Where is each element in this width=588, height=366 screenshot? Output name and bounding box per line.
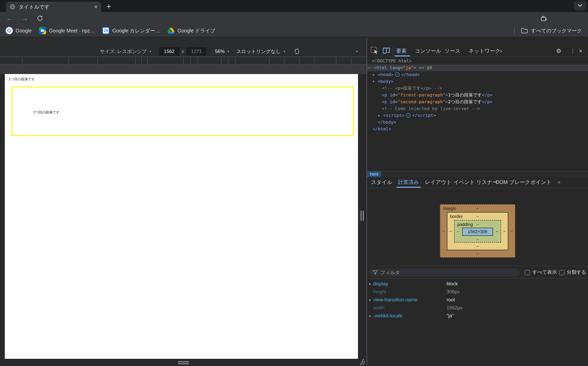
bookmark-google-meet[interactable]: Google Meet - npz… [39,27,95,34]
border-top-value: − [476,214,479,219]
tab-title: タイトルです [19,4,94,10]
devtools-tab-console[interactable]: コンソール [415,45,441,56]
expand-icon[interactable]: ▶ [369,314,371,317]
styles-sidebar-tabs: スタイル 計算済み レイアウト イベント リスナー DOM ブレークポイント » [367,177,588,188]
new-tab-button[interactable]: + [106,2,111,11]
horizontal-ruler [0,57,366,65]
tab-computed[interactable]: 計算済み [398,177,419,187]
google-meet-icon [39,27,46,34]
favicon-globe-icon [10,4,15,10]
group-checkbox[interactable] [559,270,564,275]
sidebar-more-tabs-icon[interactable]: » [558,177,560,187]
tab-styles[interactable]: スタイル [371,177,392,187]
overflow-dots-icon: ⋯ [368,64,370,71]
expand-icon[interactable]: ▶ [369,298,371,301]
device-size-select[interactable]: サイズ: レスポンシブ▼ [100,47,152,56]
collapsed-content-icon[interactable]: ⋯ [406,113,411,117]
box-model-border[interactable]: border− − padding− − 1562×306 − − [447,212,508,250]
device-emulation-pane: サイズ: レスポンシブ▼ 1562 x 1271 56%▼ スロットリングなし▼… [0,38,366,366]
all-bookmarks[interactable]: すべてのブックマーク [514,24,582,37]
bookmark-label: Google [15,28,32,34]
computed-row-view-transition-name[interactable]: ▶ view-transition-nameroot [367,296,588,304]
computed-row-display[interactable]: ▶ displayblock [367,280,588,288]
tree-row-first-paragraph[interactable]: <p id="firest-paragraph">1つ目の段落です</p> [367,92,588,99]
tree-row-html[interactable]: ⋯<html lang="ja"> == $0 [367,64,588,71]
bookmark-label: Google カレンダー… [112,27,160,34]
border-left-value: − [447,229,454,234]
group-label: 分類する [567,269,586,275]
tab-dom-breakpoints[interactable]: DOM ブレークポイント [496,177,552,187]
devtools-more-tabs-icon[interactable]: » [500,45,502,56]
computed-row-width[interactable]: width1562px [367,304,588,312]
tree-row-body-close[interactable]: </body> [367,119,588,126]
box-model-margin[interactable]: margin− − border− − padding− − 1562×306 … [440,204,515,258]
device-toolbar-more-icon[interactable]: ▼ [356,47,358,56]
dom-breadcrumb-bar: html [367,171,588,177]
inspect-element-icon[interactable] [370,46,378,54]
bookmark-google-drive[interactable]: Google ドライブ [167,27,216,34]
devtools-tab-elements[interactable]: 要素 [396,45,407,56]
tree-row-doctype[interactable]: <!DOCTYPE html> [367,58,588,64]
viewport-resize-handle-right[interactable] [361,211,364,221]
viewport-width-input[interactable]: 1562 [159,47,180,56]
padding-bottom-value: − [476,237,479,242]
back-button[interactable]: ← [5,12,15,24]
collapsed-content-icon[interactable]: ⋯ [395,72,400,77]
toggle-device-toolbar-icon[interactable] [382,46,391,54]
tab-close-icon[interactable]: × [94,4,98,10]
collapse-icon[interactable]: ▼ [373,78,374,85]
elements-dom-tree: <!DOCTYPE html> ⋯<html lang="ja"> == $0 … [367,58,588,132]
tree-row-comment[interactable]: <!-- <p>段落です</p> --> [367,85,588,92]
viewport-height-input[interactable]: 1271 [186,47,206,56]
margin-top-value: − [476,206,479,211]
reload-button[interactable] [35,12,45,24]
tree-row-html-close[interactable]: </html> [367,126,588,132]
second-paragraph: 2つ目の段落です [33,110,60,115]
device-toolbar: サイズ: レスポンシブ▼ 1562 x 1271 56%▼ スロットリングなし▼… [0,38,366,57]
margin-right-value: − [508,229,515,234]
tab-event-listeners[interactable]: イベント リスナー [454,177,498,187]
tab-strip: タイトルです × + [0,0,588,12]
expand-icon[interactable]: ▶ [378,112,380,119]
viewport-resize-handle-bottom[interactable] [178,361,189,364]
tab-layout[interactable]: レイアウト [425,177,452,187]
bookmark-google[interactable]: G Google [6,27,32,34]
expand-icon[interactable]: ▶ [373,71,374,78]
devtools-menu-dots-icon[interactable]: ⋮ [570,45,576,56]
viewport-resize-corner[interactable] [357,358,366,366]
all-bookmarks-label: すべてのブックマーク [531,27,582,34]
border-right-value: − [501,229,508,234]
padding-right-value: − [493,229,501,234]
extensions-puzzle-icon[interactable] [538,12,548,24]
zoom-select[interactable]: 56%▼ [215,47,230,56]
expand-icon[interactable]: ▶ [369,282,371,285]
devtools-close-icon[interactable]: × [579,45,583,56]
bookmark-google-calendar[interactable]: 20 Google カレンダー… [102,27,160,34]
show-all-checkbox[interactable] [525,270,530,275]
tree-row-head[interactable]: ▶<head>⋯</head> [367,71,588,78]
breadcrumb-html[interactable]: html [367,171,381,177]
devtools-tab-sources[interactable]: ソース [445,45,460,56]
tree-row-script[interactable]: ▶<script>⋯</script> [367,112,588,119]
tree-row-body-open[interactable]: ▼<body> [367,78,588,85]
computed-row-height[interactable]: height306px [367,288,588,296]
rendered-page: 1つ目の段落です 2つ目の段落です [5,74,358,359]
folder-icon [521,28,528,33]
margin-bottom-value: − [476,252,479,257]
devtools-tab-network[interactable]: ネットワーク [469,45,500,56]
tree-row-live-server-comment[interactable]: <!-- Code injected by live-server --> [367,105,588,112]
browser-tab[interactable]: タイトルです × [6,2,101,12]
rotate-device-icon[interactable] [293,47,301,56]
active-tab-underline [394,55,410,56]
box-model-content[interactable]: 1562×306 [462,228,493,236]
forward-button[interactable]: → [20,12,30,24]
tree-row-second-paragraph[interactable]: <p id="second-paragraph">2つ目の段落です</p> [367,99,588,105]
devtools-settings-gear-icon[interactable]: ⚙ [556,45,561,56]
active-sidebar-tab-underline [396,187,421,188]
box-model-padding[interactable]: padding− − 1562×306 − − [454,220,501,243]
computed-filter-bar: フィルタ すべて表示 分類する [367,266,588,279]
filter-input[interactable]: フィルタ [370,268,520,277]
tab-search-button[interactable] [573,1,586,10]
computed-row-webkit-locale[interactable]: ▶ -webkit-locale"ja" [367,312,588,320]
throttling-select[interactable]: スロットリングなし▼ [236,47,286,56]
